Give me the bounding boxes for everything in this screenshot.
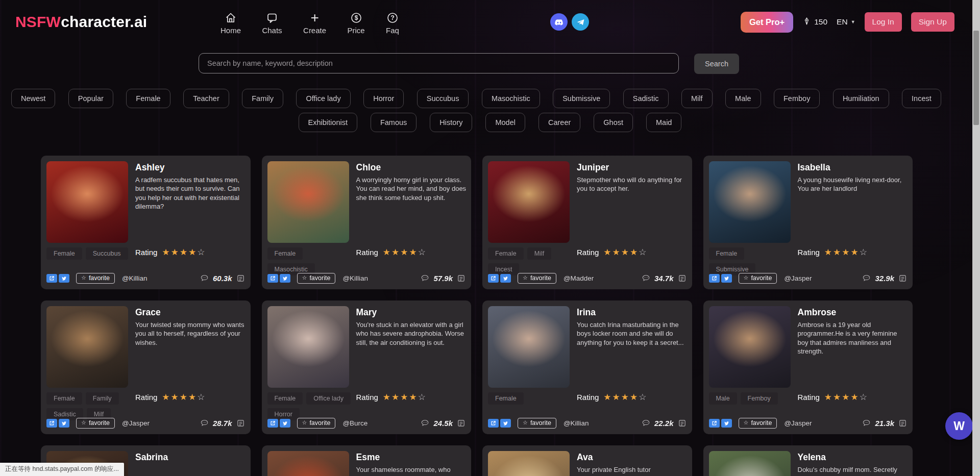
filter-femboy[interactable]: Femboy — [774, 89, 820, 108]
twitter-button[interactable] — [500, 419, 511, 428]
credits-counter[interactable]: 150 — [802, 17, 827, 28]
card-tag-female[interactable]: Female — [267, 392, 303, 405]
telegram-icon[interactable] — [572, 13, 589, 31]
character-card[interactable]: Chloe A worryingly horny girl in your cl… — [262, 156, 472, 289]
filter-model[interactable]: Model — [485, 113, 525, 132]
card-tag-female[interactable]: Female — [488, 247, 524, 260]
card-tag-female[interactable]: Female — [267, 247, 303, 260]
get-pro-button[interactable]: Get Pro+ — [741, 12, 793, 33]
site-logo[interactable]: NSFWcharacter.ai — [15, 13, 147, 31]
character-card[interactable]: Ashley A radfem succubus that hates men,… — [41, 156, 251, 289]
author-handle[interactable]: @Killian — [122, 274, 148, 282]
share-button[interactable] — [488, 419, 499, 428]
filter-office-lady[interactable]: Office lady — [296, 89, 350, 108]
favorite-button[interactable]: ☆favorite — [518, 273, 556, 284]
card-tag-milf[interactable]: Milf — [527, 247, 551, 260]
character-image[interactable] — [488, 451, 570, 476]
twitter-button[interactable] — [280, 274, 290, 283]
character-card[interactable]: Mary You're stuck in an elevator with a … — [262, 300, 472, 434]
author-handle[interactable]: @Madder — [564, 274, 594, 282]
character-card[interactable]: Ambrose Ambrose is a 19 year old program… — [703, 300, 913, 434]
search-input[interactable] — [199, 53, 679, 73]
favorite-button[interactable]: ☆favorite — [739, 273, 777, 284]
nav-chats[interactable]: Chats — [262, 11, 282, 35]
character-image[interactable] — [488, 306, 570, 388]
scrollbar-thumb[interactable] — [973, 31, 979, 125]
share-button[interactable] — [488, 274, 499, 283]
card-tag-female[interactable]: Female — [709, 247, 745, 260]
card-tag-family[interactable]: Family — [86, 392, 119, 405]
character-image[interactable] — [488, 161, 570, 243]
search-button[interactable]: Search — [694, 54, 739, 74]
author-handle[interactable]: @Jasper — [784, 419, 812, 427]
character-image[interactable] — [709, 161, 791, 243]
character-card[interactable]: Yelena Doku's chubby milf mom. Secretly … — [703, 445, 913, 476]
filter-newest[interactable]: Newest — [11, 89, 55, 108]
favorite-button[interactable]: ☆favorite — [76, 418, 115, 429]
card-tag-office-lady[interactable]: Office lady — [306, 392, 351, 405]
card-tag-female[interactable]: Female — [46, 392, 82, 405]
nav-create[interactable]: +Create — [303, 11, 326, 35]
card-tag-femboy[interactable]: Femboy — [741, 392, 778, 405]
filter-popular[interactable]: Popular — [68, 89, 113, 108]
filter-succubus[interactable]: Succubus — [417, 89, 469, 108]
character-card[interactable]: Irina You catch Irina masturbating in th… — [482, 300, 692, 434]
card-tag-male[interactable]: Male — [709, 392, 737, 405]
card-tag-succubus[interactable]: Succubus — [86, 247, 128, 260]
twitter-button[interactable] — [59, 274, 69, 283]
character-card[interactable]: Juniper Stepmother who will do anything … — [482, 156, 692, 289]
character-image[interactable] — [267, 306, 349, 388]
nav-faq[interactable]: ?Faq — [386, 11, 399, 35]
filter-career[interactable]: Career — [538, 113, 580, 132]
nav-home[interactable]: Home — [220, 11, 241, 35]
nav-price[interactable]: $Price — [348, 11, 365, 35]
character-card[interactable]: Isabella A young housewife living next-d… — [703, 156, 913, 289]
filter-famous[interactable]: Famous — [371, 113, 416, 132]
discord-icon[interactable] — [550, 13, 568, 31]
scrollbar[interactable] — [972, 0, 980, 476]
card-tag-female[interactable]: Female — [488, 392, 524, 405]
filter-masochistic[interactable]: Masochistic — [482, 89, 540, 108]
filter-teacher[interactable]: Teacher — [183, 89, 229, 108]
character-image[interactable] — [46, 306, 128, 388]
login-button[interactable]: Log In — [865, 12, 902, 32]
twitter-button[interactable] — [280, 419, 290, 428]
character-image[interactable] — [46, 161, 128, 243]
character-image[interactable] — [267, 161, 349, 243]
language-dropdown[interactable]: EN▼ — [837, 17, 855, 27]
author-handle[interactable]: @Jasper — [122, 419, 150, 427]
favorite-button[interactable]: ☆favorite — [76, 273, 115, 284]
author-handle[interactable]: @Jasper — [784, 274, 812, 282]
share-button[interactable] — [267, 419, 278, 428]
character-card[interactable]: Esme Your shameless roommate, who hang ☆… — [262, 445, 472, 476]
author-handle[interactable]: @Killian — [564, 419, 589, 427]
author-handle[interactable]: @Killian — [342, 274, 368, 282]
filter-exhibitionist[interactable]: Exhibitionist — [299, 113, 357, 132]
favorite-button[interactable]: ☆favorite — [739, 418, 777, 429]
share-button[interactable] — [46, 274, 57, 283]
character-card[interactable]: Ava Your private English tutor ☆favorite — [482, 445, 692, 476]
character-image[interactable] — [709, 306, 791, 388]
twitter-button[interactable] — [500, 274, 511, 283]
share-button[interactable] — [267, 274, 278, 283]
author-handle[interactable]: @Burce — [342, 419, 368, 427]
share-button[interactable] — [709, 274, 720, 283]
filter-humiliation[interactable]: Humiliation — [833, 89, 889, 108]
filter-horror[interactable]: Horror — [363, 89, 404, 108]
filter-male[interactable]: Male — [725, 89, 761, 108]
filter-family[interactable]: Family — [242, 89, 283, 108]
filter-sadistic[interactable]: Sadistic — [623, 89, 669, 108]
signup-button[interactable]: Sign Up — [911, 12, 954, 32]
character-image[interactable] — [709, 451, 791, 476]
character-image[interactable] — [267, 451, 349, 476]
twitter-button[interactable] — [721, 274, 732, 283]
filter-ghost[interactable]: Ghost — [594, 113, 633, 132]
card-tag-female[interactable]: Female — [46, 247, 82, 260]
floating-widget-button[interactable]: W — [945, 412, 973, 440]
character-card[interactable]: Grace Your twisted step mommy who wants … — [41, 300, 251, 434]
twitter-button[interactable] — [721, 419, 732, 428]
favorite-button[interactable]: ☆favorite — [297, 273, 336, 284]
favorite-button[interactable]: ☆favorite — [297, 418, 336, 429]
filter-milf[interactable]: Milf — [681, 89, 713, 108]
filter-history[interactable]: History — [430, 113, 472, 132]
